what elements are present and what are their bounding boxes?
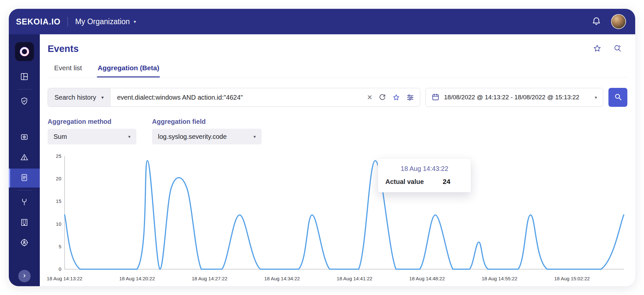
bell-icon <box>591 16 601 27</box>
aggregation-field-label: Aggregation field <box>152 118 262 125</box>
brand-logo[interactable]: SEKOIA.IO <box>16 17 60 26</box>
tab-bar: Event list Aggregation (Beta) <box>48 64 627 77</box>
svg-text:18 Aug 14:27:22: 18 Aug 14:27:22 <box>192 276 227 281</box>
svg-text:18 Aug 14:48:22: 18 Aug 14:48:22 <box>409 276 445 281</box>
save-search-star-icon[interactable] <box>392 94 400 101</box>
org-selector[interactable]: My Organization ▾ <box>75 17 136 26</box>
events-list-icon <box>20 173 29 183</box>
tab-event-list[interactable]: Event list <box>54 64 83 77</box>
date-range-text: 18/08/2022 @ 14:13:22 - 18/08/2022 @ 15:… <box>444 94 590 101</box>
search-actions: × <box>367 93 420 102</box>
aggregation-field-value: log.syslog.severity.code <box>158 133 227 140</box>
shield-check-icon <box>20 97 29 107</box>
search-icon <box>614 93 622 102</box>
svg-text:18 Aug 14:41:22: 18 Aug 14:41:22 <box>337 276 372 281</box>
chevron-right-icon <box>21 272 28 280</box>
aggregation-field-select[interactable]: log.syslog.severity.code ▾ <box>152 129 262 144</box>
sidebar-divider <box>17 190 32 190</box>
alert-triangle-icon <box>20 153 29 163</box>
tooltip-timestamp: 18 Aug 14:43:22 <box>385 165 464 172</box>
star-outline-icon <box>593 44 602 54</box>
sidebar-item-cti[interactable] <box>9 234 40 253</box>
tab-aggregation-beta[interactable]: Aggregation (Beta) <box>97 64 160 77</box>
date-range-picker[interactable]: 18/08/2022 @ 14:13:22 - 18/08/2022 @ 15:… <box>425 88 603 107</box>
app-window: SEKOIA.IO My Organization ▾ <box>9 9 635 286</box>
page-title: Events <box>48 43 79 54</box>
tooltip-value: 24 <box>443 178 450 186</box>
svg-text:18 Aug 14:55:22: 18 Aug 14:55:22 <box>482 276 517 281</box>
sidebar-collapse-button[interactable] <box>18 270 31 282</box>
sidebar-item-alerts[interactable] <box>9 148 40 167</box>
org-name: My Organization <box>75 17 130 26</box>
building-icon <box>20 218 29 228</box>
svg-text:18 Aug 14:20:22: 18 Aug 14:20:22 <box>119 276 155 281</box>
search-query-input[interactable] <box>111 94 367 101</box>
sidebar <box>9 34 40 286</box>
aggregation-field-group: Aggregation field log.syslog.severity.co… <box>152 118 262 144</box>
main-content: Events <box>40 34 635 286</box>
calendar-icon <box>432 93 439 102</box>
chevron-down-icon: ▾ <box>128 134 130 139</box>
content-header: Events <box>48 43 627 54</box>
search-edit-icon <box>613 44 622 54</box>
intake-icon <box>20 133 29 142</box>
chevron-down-icon: ▾ <box>101 95 104 100</box>
refresh-icon[interactable] <box>379 94 386 101</box>
sidebar-item-organization[interactable] <box>9 213 40 232</box>
search-history-label: Search history <box>54 94 96 101</box>
events-aggregation-chart[interactable]: 051015202518 Aug 14:13:2218 Aug 14:20:22… <box>48 153 627 284</box>
avatar[interactable] <box>611 14 626 29</box>
tooltip-row: Actual value 24 <box>385 178 464 186</box>
hunting-icon <box>20 198 29 207</box>
svg-text:5: 5 <box>59 244 61 249</box>
svg-text:25: 25 <box>56 153 61 159</box>
clear-search-icon[interactable]: × <box>367 93 372 102</box>
svg-text:18 Aug 14:34:22: 18 Aug 14:34:22 <box>264 276 300 281</box>
search-submit-button[interactable] <box>608 88 627 107</box>
aggregation-method-value: Sum <box>54 133 67 140</box>
sidebar-item-hunting[interactable] <box>9 193 40 212</box>
svg-text:15: 15 <box>56 198 61 204</box>
sidebar-item-dashboard[interactable] <box>9 68 40 87</box>
aggregation-method-select[interactable]: Sum ▾ <box>48 129 136 144</box>
screen: SEKOIA.IO My Organization ▾ <box>0 0 644 295</box>
chevron-down-icon: ▾ <box>134 19 136 24</box>
chevron-down-icon: ▾ <box>253 134 256 139</box>
target-user-icon <box>20 238 29 248</box>
chart-tooltip: 18 Aug 14:43:22 Actual value 24 <box>378 158 471 192</box>
sidebar-item-intakes[interactable] <box>9 128 40 147</box>
tooltip-label: Actual value <box>385 178 424 186</box>
line-chart-canvas[interactable]: 051015202518 Aug 14:13:2218 Aug 14:20:22… <box>48 153 627 284</box>
topbar-separator <box>68 17 68 26</box>
svg-text:18 Aug 15:02:22: 18 Aug 15:02:22 <box>554 276 590 281</box>
sidebar-item-shield[interactable] <box>9 92 40 111</box>
notifications-button[interactable] <box>591 16 601 27</box>
svg-text:20: 20 <box>56 176 61 181</box>
sidebar-divider <box>17 89 32 90</box>
search-row: Search history ▾ × <box>48 88 627 107</box>
sidebar-item-events[interactable] <box>9 169 40 188</box>
aggregation-controls: Aggregation method Sum ▾ Aggregation fie… <box>48 118 627 144</box>
aggregation-method-label: Aggregation method <box>48 118 136 125</box>
filter-settings-icon[interactable] <box>406 94 414 101</box>
svg-text:18 Aug 14:13:22: 18 Aug 14:13:22 <box>47 276 82 281</box>
app-body: Events <box>9 34 635 286</box>
favorite-button[interactable] <box>593 44 602 54</box>
header-actions <box>593 44 627 54</box>
dashboard-icon <box>20 72 29 82</box>
aggregation-method-group: Aggregation method Sum ▾ <box>48 118 136 144</box>
topbar: SEKOIA.IO My Organization ▾ <box>9 9 635 34</box>
svg-text:10: 10 <box>56 221 61 227</box>
saved-searches-button[interactable] <box>613 44 622 54</box>
search-box: Search history ▾ × <box>48 88 420 107</box>
sekoia-logo-icon[interactable] <box>15 42 34 61</box>
svg-text:0: 0 <box>59 266 61 272</box>
chevron-down-icon: ▾ <box>595 95 597 100</box>
search-history-dropdown[interactable]: Search history ▾ <box>48 88 111 107</box>
